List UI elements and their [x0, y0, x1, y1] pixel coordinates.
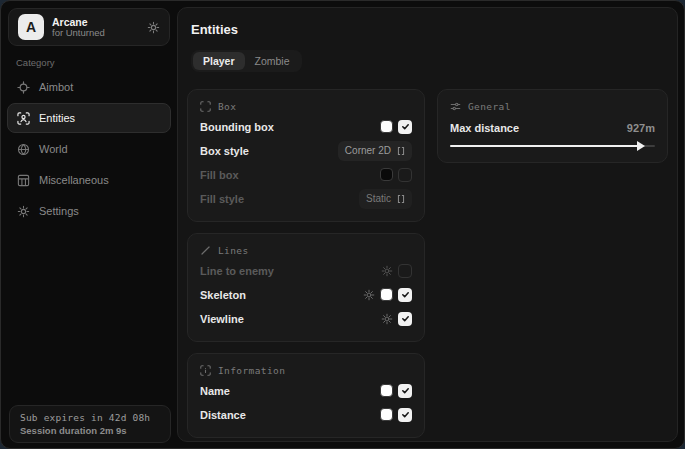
sidebar-item-label: Settings: [39, 205, 79, 217]
globe-icon: [17, 143, 30, 156]
row-label: Bounding box: [200, 121, 274, 133]
arcane-window: A Arcane for Unturned Category: [0, 0, 685, 449]
sidebar-item-miscellaneous[interactable]: Miscellaneous: [7, 165, 171, 195]
row-skeleton: Skeleton: [200, 283, 412, 306]
sidebar-item-settings[interactable]: Settings: [7, 196, 171, 226]
entity-tabs: Player Zombie: [191, 50, 302, 72]
content-columns: Box Bounding box Box style: [187, 89, 668, 438]
slider-thumb[interactable]: [637, 141, 645, 151]
gear-icon[interactable]: [363, 289, 375, 301]
select-brackets-icon: [397, 194, 405, 204]
sub-expiry-text: Sub expires in 42d 08h: [20, 412, 160, 423]
fill-style-dropdown[interactable]: Static: [359, 189, 412, 209]
lines-card: Lines Line to enemy: [187, 233, 425, 342]
row-name: Name: [200, 379, 412, 402]
bounding-box-checkbox[interactable]: [398, 120, 412, 134]
tab-player[interactable]: Player: [193, 52, 245, 70]
max-distance-slider-fill: [450, 145, 639, 147]
sidebar-item-label: World: [39, 143, 68, 155]
name-color-swatch[interactable]: [380, 384, 393, 397]
box-style-dropdown-value: Corner 2D: [345, 145, 391, 156]
box-card-title: Box: [218, 101, 236, 112]
row-fill-box: Fill box: [200, 163, 412, 186]
main-panel: Entities Player Zombie Box: [177, 7, 678, 442]
name-checkbox[interactable]: [398, 384, 412, 398]
row-label: Name: [200, 385, 230, 397]
box-corners-icon: [200, 101, 211, 112]
brand-subtitle: for Unturned: [52, 28, 105, 39]
fill-box-checkbox[interactable]: [398, 168, 412, 182]
right-column: General Max distance 927m: [437, 89, 668, 163]
gear-icon: [17, 205, 30, 218]
fill-box-color-swatch[interactable]: [380, 168, 393, 181]
sidebar-item-entities[interactable]: Entities: [7, 103, 171, 133]
row-label: Fill box: [200, 169, 239, 181]
row-line-to-enemy: Line to enemy: [200, 259, 412, 282]
box-card: Box Bounding box Box style: [187, 89, 425, 222]
general-card-header: General: [450, 98, 655, 114]
row-label: Box style: [200, 145, 249, 157]
row-max-distance: Max distance 927m: [450, 117, 655, 139]
viewline-checkbox[interactable]: [398, 312, 412, 326]
row-label: Line to enemy: [200, 265, 274, 277]
page-title: Entities: [191, 22, 668, 37]
sidebar-item-label: Aimbot: [39, 81, 73, 93]
fill-style-dropdown-value: Static: [366, 193, 391, 204]
select-brackets-icon: [397, 146, 405, 156]
distance-color-swatch[interactable]: [380, 408, 393, 421]
sliders-icon: [450, 101, 461, 112]
info-scan-icon: [200, 365, 211, 376]
general-card-title: General: [468, 101, 511, 112]
gear-icon[interactable]: [147, 21, 160, 34]
brand-card: A Arcane for Unturned: [8, 8, 170, 46]
sidebar-item-aimbot[interactable]: Aimbot: [7, 72, 171, 102]
row-distance: Distance: [200, 403, 412, 426]
subscription-footer: Sub expires in 42d 08h Session duration …: [9, 405, 171, 443]
row-label: Max distance: [450, 122, 519, 134]
row-box-style: Box style Corner 2D: [200, 139, 412, 162]
row-label: Viewline: [200, 313, 244, 325]
max-distance-slider[interactable]: [450, 141, 655, 151]
diagonal-line-icon: [200, 245, 211, 256]
session-duration-text: Session duration 2m 9s: [20, 425, 160, 436]
sidebar: A Arcane for Unturned Category: [1, 1, 177, 448]
information-card-title: Information: [218, 365, 285, 376]
brand-title: Arcane: [52, 16, 105, 28]
lines-card-header: Lines: [200, 242, 412, 258]
sidebar-item-label: Miscellaneous: [39, 174, 109, 186]
person-scan-icon: [17, 112, 30, 125]
brand-text: Arcane for Unturned: [52, 16, 105, 39]
information-card: Information Name Distance: [187, 353, 425, 438]
grid-icon: [17, 174, 30, 187]
skeleton-checkbox[interactable]: [398, 288, 412, 302]
row-label: Fill style: [200, 193, 244, 205]
row-label: Skeleton: [200, 289, 246, 301]
box-style-dropdown[interactable]: Corner 2D: [338, 141, 412, 161]
crosshair-icon: [17, 81, 30, 94]
row-viewline: Viewline: [200, 307, 412, 330]
row-label: Distance: [200, 409, 246, 421]
distance-checkbox[interactable]: [398, 408, 412, 422]
left-column: Box Bounding box Box style: [187, 89, 425, 438]
row-bounding-box: Bounding box: [200, 115, 412, 138]
information-card-header: Information: [200, 362, 412, 378]
max-distance-value: 927m: [627, 122, 655, 134]
row-fill-style: Fill style Static: [200, 187, 412, 210]
gear-icon[interactable]: [381, 313, 393, 325]
sidebar-item-world[interactable]: World: [7, 134, 171, 164]
line-to-enemy-checkbox[interactable]: [398, 264, 412, 278]
category-label: Category: [16, 57, 55, 68]
tab-zombie[interactable]: Zombie: [245, 52, 300, 70]
gear-icon[interactable]: [381, 265, 393, 277]
sidebar-item-label: Entities: [39, 112, 75, 124]
sidebar-nav: Aimbot Entities: [7, 72, 171, 226]
skeleton-color-swatch[interactable]: [380, 288, 393, 301]
bounding-box-color-swatch[interactable]: [380, 120, 393, 133]
lines-card-title: Lines: [218, 245, 249, 256]
brand-logo: A: [18, 14, 44, 40]
general-card: General Max distance 927m: [437, 89, 668, 163]
box-card-header: Box: [200, 98, 412, 114]
